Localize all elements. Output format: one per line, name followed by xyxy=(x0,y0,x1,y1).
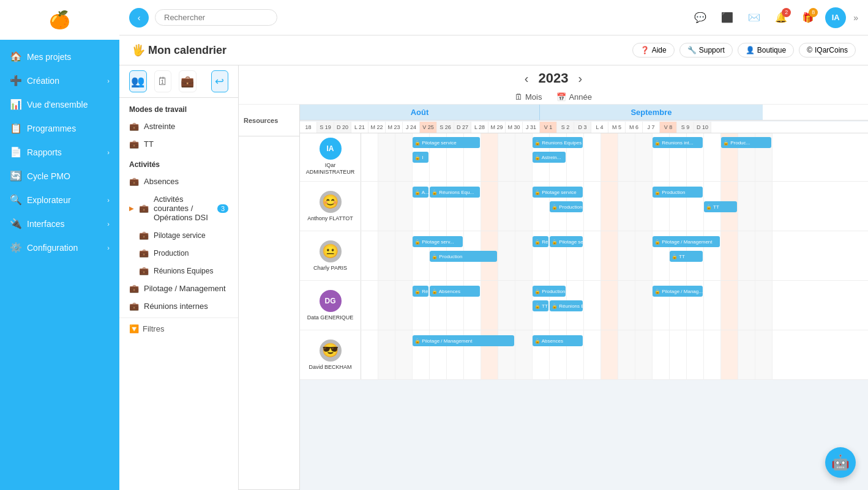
sidebar-item-label: Création xyxy=(27,76,59,86)
sidebar-item-mes-projets[interactable]: 🏠 Mes projets xyxy=(0,45,119,69)
calendar-event[interactable]: 🔒 Pilotage service xyxy=(413,137,480,148)
calendar-event[interactable]: 🔒 Produc... xyxy=(721,137,771,148)
expand-icon[interactable]: » xyxy=(853,13,858,23)
sidebar-item-configuration[interactable]: ⚙️ Configuration › xyxy=(0,236,119,259)
day-cell: J 24 xyxy=(403,122,420,133)
chat-icon[interactable]: 💬 xyxy=(690,8,710,28)
calendar-event[interactable]: 🔒 Pilotage service xyxy=(533,187,583,198)
resource-calendar-area: 🔒 Pilotage / Management🔒 Absences xyxy=(361,330,868,379)
sidebar-item-vue-ensemble[interactable]: 📊 Vue d'ensemble xyxy=(0,92,119,116)
sidebar-item-interfaces[interactable]: 🔌 Interfaces › xyxy=(0,212,119,236)
year-view-label: Année xyxy=(569,92,592,102)
calendar-event[interactable]: 🔒 TT xyxy=(670,251,703,262)
notification-icon[interactable]: 🔔 2 xyxy=(771,8,791,28)
toolbar-briefcase-icon[interactable]: 💼 xyxy=(179,70,196,92)
resources-col-header: Resources xyxy=(239,105,300,490)
sidebar-item-creation[interactable]: ➕ Création › xyxy=(0,69,119,92)
day-cell: V 1 xyxy=(540,122,557,133)
prev-year-button[interactable]: ‹ xyxy=(525,72,529,86)
calendar-event[interactable]: 🔒 Pilotage / Management xyxy=(653,236,720,247)
content-area: 👥 🗓 💼 ↩ Modes de travail 💼 Astreinte 💼 T… xyxy=(119,65,868,490)
grid-icon[interactable]: ⬛ xyxy=(717,8,737,28)
calendar-grid-area: Resources Août Septembre 18S 19D 20L 21M… xyxy=(239,105,868,490)
calendar-event[interactable]: 🔒 Production xyxy=(550,201,583,212)
month-septembre: Septembre xyxy=(540,105,763,120)
main-content: ‹ 💬 ⬛ ✉️ 🔔 2 🎁 8 IA » 🖐 Mon calendrier ❓… xyxy=(119,0,868,490)
user-avatar[interactable]: IA xyxy=(825,7,846,28)
calendar-event[interactable]: 🔒 Pilotage serv... xyxy=(550,236,583,247)
vue-ensemble-icon: 📊 xyxy=(10,98,21,110)
day-cell: 18 xyxy=(300,122,317,133)
resource-avatar: 😊 xyxy=(320,191,342,213)
panel-item-astreinte[interactable]: 💼 Astreinte xyxy=(119,117,238,135)
day-cell: S 19 xyxy=(317,122,334,133)
month-view-button[interactable]: 🗓 Mois xyxy=(510,90,547,104)
calendar-event[interactable]: 🔒 Réunions int... xyxy=(653,137,703,148)
panel-item-tt[interactable]: 💼 TT xyxy=(119,135,238,153)
calendar-event[interactable]: 🔒 Réunions Equ... xyxy=(550,300,583,311)
resource-name: David BECKHAM xyxy=(309,364,351,371)
chat-bot-icon: 🤖 xyxy=(831,454,850,471)
interfaces-icon: 🔌 xyxy=(10,218,21,229)
mail-icon[interactable]: ✉️ xyxy=(744,8,764,28)
calendar-event[interactable]: 🔒 TT xyxy=(704,201,737,212)
calendar-event[interactable]: 🔒 TT xyxy=(533,300,548,311)
calendar-event[interactable]: 🔒 Production xyxy=(533,286,566,297)
left-panel: 👥 🗓 💼 ↩ Modes de travail 💼 Astreinte 💼 T… xyxy=(119,65,239,490)
calendar-event[interactable]: 🔒 Absences xyxy=(533,335,583,346)
calendar-event[interactable]: 🔒 Production xyxy=(653,187,703,198)
sidebar-item-programmes[interactable]: 📋 Programmes xyxy=(0,116,119,140)
panel-item-activites[interactable]: ▶ 💼 Activités courantes / Opérations DSI… xyxy=(119,190,238,226)
year-view-button[interactable]: 📅 Année xyxy=(552,90,597,104)
sidebar: 🍊 🏠 Mes projets ➕ Création › 📊 Vue d'ens… xyxy=(0,0,119,490)
day-cell: V 8 xyxy=(660,122,677,133)
search-input[interactable] xyxy=(155,9,277,26)
calendar-event[interactable]: 🔒 I xyxy=(413,152,428,163)
panel-item-reunions-equipes[interactable]: 💼 Réunions Equipes xyxy=(119,262,238,280)
sidebar-item-explorateur[interactable]: 🔍 Explorateur › xyxy=(0,188,119,212)
panel-item-production[interactable]: 💼 Production xyxy=(119,244,238,262)
calendar-event[interactable]: 🔒 Réunio... xyxy=(533,236,548,247)
pilotage-label: Pilotage service xyxy=(154,231,206,240)
calendar-event[interactable]: 🔒 Astrein... xyxy=(533,152,566,163)
calendar-event[interactable]: 🔒 Pilotage / Management xyxy=(413,335,514,346)
sidebar-item-rapports[interactable]: 📄 Rapports › xyxy=(0,140,119,164)
support-button[interactable]: 🔧 Support xyxy=(679,43,733,58)
toolbar-reset-icon[interactable]: ↩ xyxy=(211,70,229,92)
day-cell: D 27 xyxy=(454,122,471,133)
filters-button[interactable]: 🔽 Filtres xyxy=(119,317,238,340)
back-button[interactable]: ‹ xyxy=(129,8,149,28)
sidebar-item-cycle-pmo[interactable]: 🔄 Cycle PMO xyxy=(0,164,119,188)
calendar-event[interactable]: 🔒 Pilotage / Manag... xyxy=(653,286,703,297)
panel-item-pilotage[interactable]: 💼 Pilotage service xyxy=(119,226,238,244)
chevron-right-icon: › xyxy=(107,149,110,156)
configuration-icon: ⚙️ xyxy=(10,242,21,253)
aide-button[interactable]: ❓ Aide xyxy=(632,43,675,58)
gift-icon[interactable]: 🎁 8 xyxy=(798,8,818,28)
expand-arrow-icon: ▶ xyxy=(129,205,134,212)
next-year-button[interactable]: › xyxy=(578,72,582,86)
iqarcoins-button[interactable]: © IQarCoins xyxy=(799,43,856,58)
toolbar-people-icon[interactable]: 👥 xyxy=(129,70,147,92)
calendar-event[interactable]: 🔒 Production xyxy=(430,251,497,262)
resource-calendar-area: 🔒 Pilotage serv...🔒 Réunio...🔒 Pilotage … xyxy=(361,231,868,280)
calendar-event[interactable]: 🔒 Pilotage serv... xyxy=(413,236,463,247)
calendar-event[interactable]: 🔒 Réunions Equipes xyxy=(533,137,583,148)
panel-item-reunions-internes[interactable]: 💼 Réunions internes xyxy=(119,297,238,315)
boutique-button[interactable]: 👤 Boutique xyxy=(738,43,794,58)
panel-item-absences[interactable]: 💼 Absences xyxy=(119,173,238,190)
calendar-event[interactable]: 🔒 Réunio... xyxy=(413,286,428,297)
chat-button[interactable]: 🤖 xyxy=(825,447,856,478)
sidebar-item-label: Explorateur xyxy=(27,195,71,205)
chevron-right-icon: › xyxy=(107,244,110,251)
resource-calendar-area: 🔒 Réunio...🔒 Absences🔒 Production🔒 Pilot… xyxy=(361,281,868,330)
panel-item-pilotage-mgmt[interactable]: 💼 Pilotage / Management xyxy=(119,280,238,297)
calendar-event[interactable]: 🔒 A... xyxy=(413,187,428,198)
toolbar-calendar-icon[interactable]: 🗓 xyxy=(154,70,172,92)
calendar-event[interactable]: 🔒 Absences xyxy=(430,286,480,297)
calendar-event[interactable]: 🔒 Réunions Equ... xyxy=(430,187,480,198)
sidebar-item-label: Interfaces xyxy=(27,219,64,229)
calendar-scroll[interactable]: Août Septembre 18S 19D 20L 21M 22M 23J 2… xyxy=(300,105,868,490)
resource-avatar: DG xyxy=(320,290,342,312)
chevron-right-icon: › xyxy=(107,77,110,84)
